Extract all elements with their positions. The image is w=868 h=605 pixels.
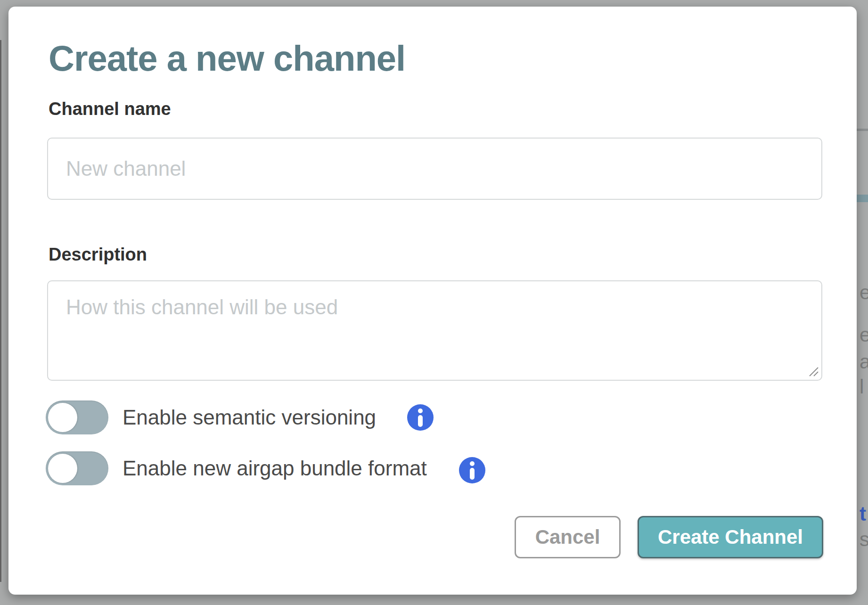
semantic-versioning-label: Enable semantic versioning xyxy=(123,401,376,434)
background-clipped-text: a xyxy=(860,352,868,372)
info-icon[interactable] xyxy=(407,404,434,431)
channel-name-input[interactable] xyxy=(47,138,822,200)
semantic-versioning-toggle[interactable] xyxy=(46,401,108,434)
background-clipped-link: t xyxy=(860,504,868,524)
screen: e e a l t s Create a new channel Channel… xyxy=(0,0,868,605)
airgap-bundle-label: Enable new airgap bundle format xyxy=(123,451,427,485)
modal-title: Create a new channel xyxy=(49,36,405,81)
info-icon-dot xyxy=(418,409,423,413)
description-textarea[interactable] xyxy=(47,280,822,381)
info-icon-stem xyxy=(470,468,475,480)
toggle-knob xyxy=(48,403,77,432)
airgap-bundle-toggle[interactable] xyxy=(46,451,108,485)
description-label: Description xyxy=(49,245,147,265)
toggle-knob xyxy=(48,454,77,483)
background-teal-element xyxy=(857,195,868,202)
info-icon[interactable] xyxy=(459,457,485,483)
cancel-button[interactable]: Cancel xyxy=(515,516,621,558)
create-channel-button[interactable]: Create Channel xyxy=(638,516,823,558)
background-clipped-text: e xyxy=(860,283,868,302)
background-clipped-text: l xyxy=(860,377,868,397)
background-clipped-text: e xyxy=(860,325,868,345)
channel-name-label: Channel name xyxy=(49,99,171,120)
background-clipped-text: s xyxy=(860,530,868,549)
background-left-edge xyxy=(0,40,1,582)
info-icon-stem xyxy=(418,415,423,427)
background-divider-line xyxy=(857,129,868,131)
info-icon-dot xyxy=(470,461,475,466)
create-channel-modal: Create a new channel Channel name Descri… xyxy=(8,7,857,595)
